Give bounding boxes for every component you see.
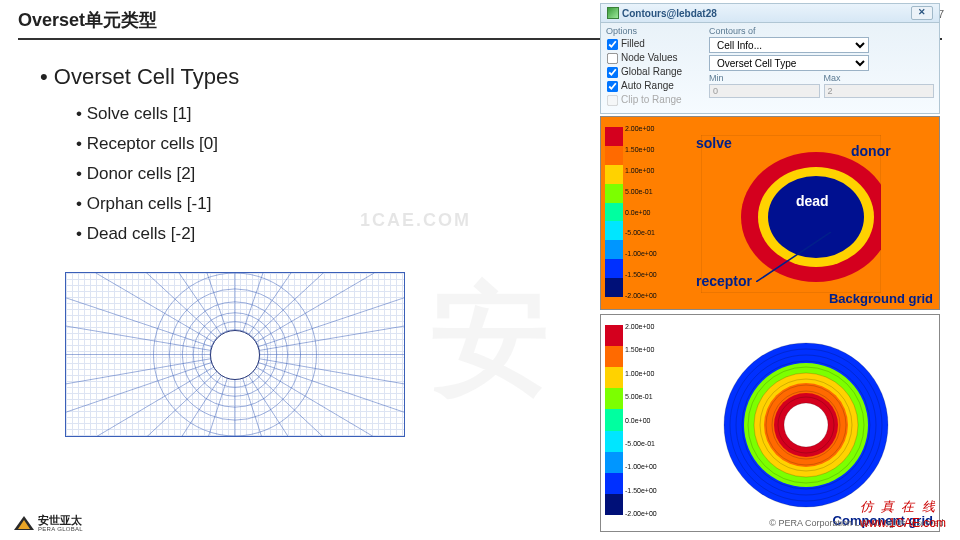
label-solve: solve: [696, 135, 732, 151]
dialog-icon: [607, 7, 619, 19]
select-field-var[interactable]: Overset Cell Type: [709, 55, 869, 71]
main-heading: Overset Cell Types: [40, 64, 580, 90]
svg-line-9: [235, 323, 404, 355]
watermark-bottom-right: 仿 真 在 线 www.1CAE.com: [860, 498, 946, 530]
dialog-titlebar[interactable]: Contours@lebdat28 ✕: [601, 4, 939, 23]
close-icon[interactable]: ✕: [911, 6, 933, 20]
mesh-center-hole: [210, 330, 260, 380]
footer: 安世亚太 PERA GLOBAL © PERA Corporation Ltd.…: [0, 512, 960, 534]
label-donor: donor: [851, 143, 891, 159]
check-auto-range[interactable]: Auto Range: [606, 79, 701, 93]
logo: 安世亚太 PERA GLOBAL: [14, 515, 83, 532]
max-label: Max: [824, 73, 935, 83]
colorbar-labels: 2.00e+001.50e+001.00e+005.00e-010.0e+00-…: [625, 125, 657, 299]
max-input[interactable]: [824, 84, 935, 98]
contours-of-label: Contours of: [709, 26, 934, 36]
logo-text-en: PERA GLOBAL: [38, 526, 83, 532]
list-item: Solve cells [1]: [76, 104, 580, 124]
svg-line-29: [66, 355, 235, 413]
check-global-range[interactable]: Global Range: [606, 65, 701, 79]
colorbar: [605, 325, 623, 515]
options-label: Options: [606, 26, 701, 36]
min-label: Min: [709, 73, 820, 83]
colorbar: [605, 127, 623, 297]
comp-contour-svg: [721, 340, 891, 510]
label-receptor: receptor: [696, 273, 752, 289]
check-node-values[interactable]: Node Values: [606, 51, 701, 65]
list-item: Orphan cells [-1]: [76, 194, 580, 214]
svg-point-44: [784, 403, 828, 447]
logo-icon: [14, 516, 34, 530]
label-dead: dead: [796, 193, 829, 209]
contours-dialog: Contours@lebdat28 ✕ Options Filled Node …: [600, 3, 940, 114]
colorbar-labels: 2.00e+001.50e+001.00e+005.00e-010.0e+00-…: [625, 323, 657, 517]
svg-line-31: [66, 298, 235, 355]
check-filled[interactable]: Filled: [606, 37, 701, 51]
svg-line-22: [235, 298, 404, 355]
right-column: Contours@lebdat28 ✕ Options Filled Node …: [600, 3, 950, 532]
svg-line-38: [756, 232, 831, 282]
pointer-line: [756, 232, 836, 282]
mesh-figure: [65, 272, 405, 437]
list-item: Donor cells [2]: [76, 164, 580, 184]
select-field-group[interactable]: Cell Info...: [709, 37, 869, 53]
svg-line-10: [235, 355, 404, 388]
min-input[interactable]: [709, 84, 820, 98]
left-column: Overset Cell Types Solve cells [1] Recep…: [40, 64, 580, 437]
list-item: Dead cells [-2]: [76, 224, 580, 244]
dialog-title-text: Contours@lebdat28: [622, 8, 717, 19]
svg-line-24: [235, 355, 404, 413]
check-clip-range[interactable]: Clip to Range: [606, 93, 701, 107]
logo-text-cn: 安世亚太: [38, 515, 83, 526]
list-item: Receptor cells [0]: [76, 134, 580, 154]
cell-types-list: Solve cells [1] Receptor cells [0] Donor…: [40, 104, 580, 244]
background-grid-figure: 2.00e+001.50e+001.00e+005.00e-010.0e+00-…: [600, 116, 940, 310]
fig1-caption: Background grid: [829, 291, 933, 306]
